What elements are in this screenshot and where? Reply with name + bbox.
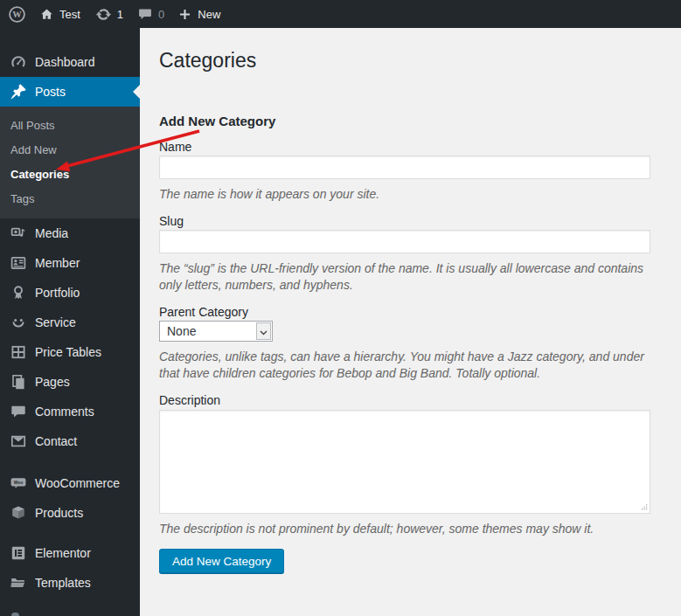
sidebar-item-label: Elementor <box>35 546 91 560</box>
sidebar-item-pages[interactable]: Pages <box>0 367 140 397</box>
sidebar-item-portfolio[interactable]: Portfolio <box>0 278 140 308</box>
resize-handle[interactable] <box>640 502 648 510</box>
menu-top-gap <box>0 28 140 47</box>
folder-icon <box>8 574 29 592</box>
pushpin-icon <box>8 83 29 100</box>
id-card-icon <box>8 254 29 272</box>
menu-separator <box>0 528 140 538</box>
clipped-menu-icon <box>11 613 19 616</box>
description-help: The description is not prominent by defa… <box>159 521 650 537</box>
parent-category-label: Parent Category <box>159 305 650 319</box>
sidebar-item-comments[interactable]: Comments <box>0 397 140 426</box>
comment-icon <box>8 403 29 420</box>
sidebar-item-woocommerce[interactable]: Woo WooCommerce <box>0 468 140 498</box>
chevron-down-icon <box>260 323 268 339</box>
envelope-icon <box>8 433 29 450</box>
sidebar-item-label: Contact <box>35 434 77 448</box>
wordpress-menu[interactable]: W <box>8 0 26 28</box>
add-new-category-button[interactable]: Add New Category <box>159 549 284 573</box>
comments-count: 0 <box>158 8 164 21</box>
sidebar-item-label: Dashboard <box>35 55 95 69</box>
description-textarea-wrap <box>159 410 650 514</box>
sidebar-item-templates[interactable]: Templates <box>0 568 140 598</box>
plus-icon <box>177 7 192 22</box>
media-icon <box>8 225 29 242</box>
sidebar-item-label: Templates <box>35 576 91 590</box>
sidebar-item-dashboard[interactable]: Dashboard <box>0 47 140 77</box>
sidebar-item-label: Pages <box>35 375 70 389</box>
parent-category-help: Categories, unlike tags, can have a hier… <box>159 349 650 382</box>
sidebar-item-label: Comments <box>35 405 94 419</box>
wordpress-admin-page: W Test 1 0 New <box>0 0 681 616</box>
sidebar-item-label: Service <box>35 315 76 329</box>
elementor-icon <box>8 544 29 562</box>
parent-category-select[interactable]: None <box>159 321 273 342</box>
smiley-icon <box>8 314 29 331</box>
comments-link[interactable]: 0 <box>137 0 164 28</box>
sidebar-item-label: Posts <box>35 85 66 99</box>
site-name: Test <box>59 8 80 21</box>
award-icon <box>8 284 29 301</box>
sidebar-item-label: Products <box>35 506 83 520</box>
slug-input[interactable] <box>159 230 650 253</box>
svg-text:Woo: Woo <box>14 480 24 485</box>
posts-submenu: All Posts Add New Categories Tags <box>0 107 140 218</box>
sidebar-item-products[interactable]: Products <box>0 498 140 528</box>
slug-help: The “slug” is the URL-friendly version o… <box>159 260 650 294</box>
sidebar-item-member[interactable]: Member <box>0 248 140 278</box>
sidebar-item-label: Media <box>35 226 68 240</box>
main-content: Categories Add New Category Name The nam… <box>140 28 681 616</box>
sidebar-item-posts[interactable]: Posts <box>0 77 140 107</box>
name-help: The name is how it appears on your site. <box>159 186 650 203</box>
sidebar-item-label: Member <box>35 256 80 270</box>
updates-count: 1 <box>117 8 123 21</box>
dashboard-icon <box>8 53 29 71</box>
wordpress-logo-icon: W <box>8 5 26 24</box>
page-title: Categories <box>159 45 650 73</box>
pages-icon <box>8 373 29 391</box>
new-label: New <box>198 8 220 21</box>
site-link[interactable]: Test <box>39 0 80 28</box>
sidebar-item-price-tables[interactable]: Price Tables <box>0 337 140 367</box>
woo-bubble-icon: Woo <box>8 474 29 492</box>
updates-link[interactable]: 1 <box>95 0 123 28</box>
sidebar-item-label: WooCommerce <box>35 476 120 490</box>
sidebar: Dashboard Posts All Posts Add New Catego… <box>0 28 140 616</box>
svg-text:W: W <box>12 10 22 19</box>
grid-icon <box>8 343 29 361</box>
name-input[interactable] <box>159 156 650 179</box>
submenu-item-all-posts[interactable]: All Posts <box>0 114 140 138</box>
new-menu[interactable]: New <box>177 0 220 28</box>
description-textarea[interactable] <box>159 410 650 514</box>
sidebar-item-label: Portfolio <box>35 286 80 300</box>
sidebar-item-media[interactable]: Media <box>0 218 140 248</box>
home-icon <box>39 7 54 22</box>
admin-bar: W Test 1 0 New <box>0 0 681 28</box>
menu-separator <box>0 456 140 468</box>
sidebar-item-contact[interactable]: Contact <box>0 426 140 456</box>
box-icon <box>8 504 29 522</box>
updates-icon <box>95 6 112 23</box>
submenu-item-tags[interactable]: Tags <box>0 187 140 211</box>
select-dropdown-button[interactable] <box>256 322 271 340</box>
admin-bar-comment-icon <box>137 6 153 22</box>
sidebar-item-service[interactable]: Service <box>0 308 140 337</box>
sidebar-item-label: Price Tables <box>35 345 101 359</box>
name-label: Name <box>159 140 650 154</box>
sidebar-item-elementor[interactable]: Elementor <box>0 538 140 568</box>
slug-label: Slug <box>159 214 650 228</box>
submenu-item-add-new[interactable]: Add New <box>0 138 140 163</box>
parent-category-selected-value: None <box>160 322 272 341</box>
description-label: Description <box>159 393 650 407</box>
add-new-category-title: Add New Category <box>159 114 650 128</box>
submenu-item-categories[interactable]: Categories <box>0 163 140 187</box>
